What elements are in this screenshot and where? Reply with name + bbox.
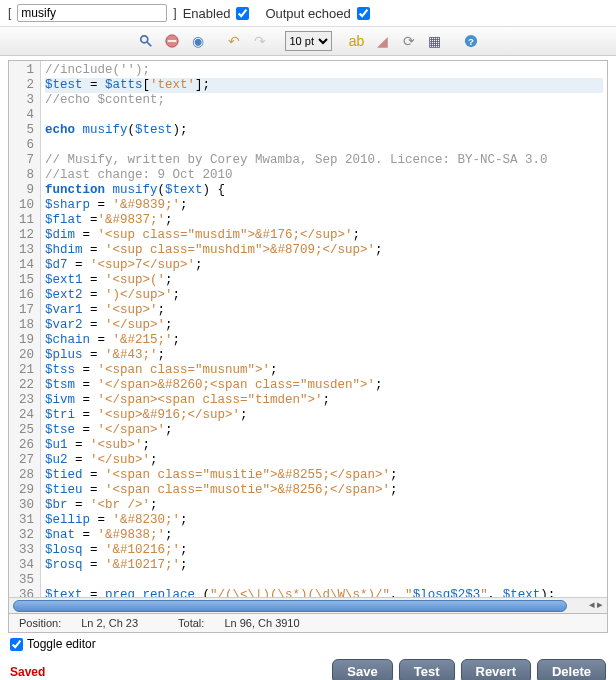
save-button[interactable]: Save [332,659,392,680]
code-area[interactable]: 1234567891011121314151617181920212223242… [9,61,607,597]
output-echoed-label: Output echoed [265,6,350,21]
undo-icon[interactable]: ↶ [223,30,245,52]
total-label: Total: [178,617,204,629]
svg-point-0 [140,36,147,43]
globe-icon[interactable]: ◉ [187,30,209,52]
output-echoed-checkbox[interactable] [357,7,370,20]
header-bar: [ ] Enabled Output echoed [0,0,616,27]
toggle-editor-label: Toggle editor [27,637,96,651]
footer-bar: Saved Save Test Revert Delete [0,655,616,680]
bracket-open: [ [8,6,11,20]
toggle-editor-row: Toggle editor [0,633,616,655]
highlight-icon[interactable]: ab [346,30,368,52]
redo-icon[interactable]: ↷ [249,30,271,52]
editor-toolbar: ◉ ↶ ↷ 10 pt ab ◢ ⟳ ▦ ? [0,27,616,56]
refresh-icon[interactable]: ⟳ [398,30,420,52]
line-gutter: 1234567891011121314151617181920212223242… [9,61,41,597]
status-bar: Position: Ln 2, Ch 23 Total: Ln 96, Ch 3… [8,614,608,633]
total-value: Ln 96, Ch 3910 [224,617,299,629]
plugin-name-input[interactable] [17,4,167,22]
svg-line-1 [146,42,150,46]
help-icon[interactable]: ? [460,30,482,52]
position-label: Position: [19,617,61,629]
editor-container: 1234567891011121314151617181920212223242… [8,60,608,614]
font-size-select[interactable]: 10 pt [285,31,332,51]
test-button[interactable]: Test [399,659,455,680]
bracket-close: ] [173,6,176,20]
stop-icon[interactable] [161,30,183,52]
position-value: Ln 2, Ch 23 [81,617,138,629]
enabled-label: Enabled [183,6,231,21]
save-icon[interactable]: ▦ [424,30,446,52]
revert-button[interactable]: Revert [461,659,531,680]
code-content[interactable]: //include('');$test = $atts['text'];//ec… [41,61,607,597]
svg-rect-3 [167,40,176,42]
saved-status: Saved [10,665,326,679]
eraser-icon[interactable]: ◢ [372,30,394,52]
scrollbar-thumb[interactable] [13,600,567,612]
horizontal-scrollbar[interactable]: ◂▸ [9,597,607,613]
svg-text:?: ? [468,36,474,47]
delete-button[interactable]: Delete [537,659,606,680]
scrollbar-arrows[interactable]: ◂▸ [589,598,605,611]
enabled-checkbox[interactable] [236,7,249,20]
toggle-editor-checkbox[interactable] [10,638,23,651]
find-icon[interactable] [135,30,157,52]
